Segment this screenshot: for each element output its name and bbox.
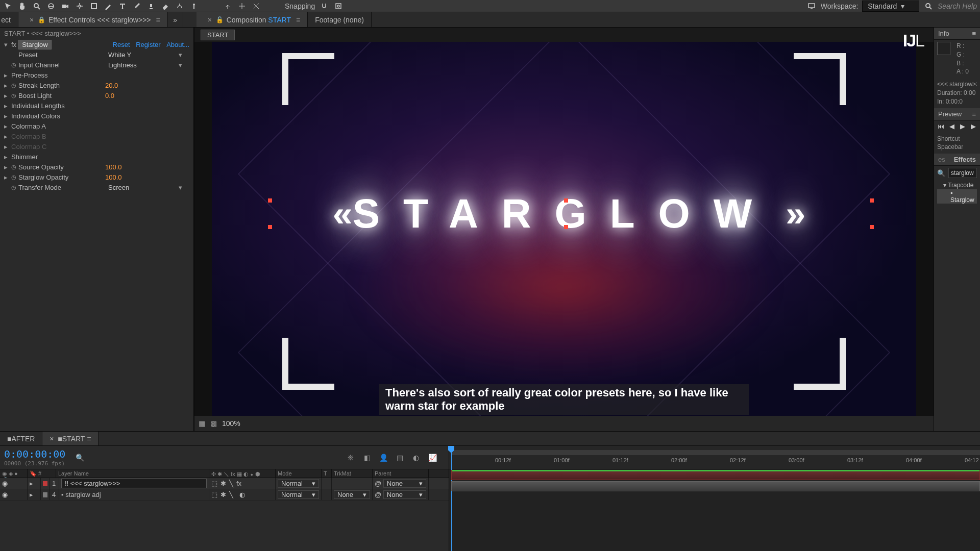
transparency-grid-icon[interactable]: ▩ [210,419,217,428]
tree-folder[interactable]: ▾ Trapcode [937,181,977,189]
always-preview-icon[interactable]: ▦ [199,419,205,428]
input-channel-dropdown[interactable]: Lightness▾ [105,61,189,69]
colormap-a-row[interactable]: ▸Colormap A [0,121,193,131]
twirl-right-icon[interactable]: ▸ [4,82,11,89]
composition-viewer[interactable]: « STARGLOW » There's also sort of really… [194,42,934,416]
info-tab[interactable]: Info≡ [934,28,980,40]
twirl-down-icon[interactable]: ▾ [4,41,11,48]
local-axis-icon[interactable] [223,1,233,11]
close-icon[interactable]: × [208,16,212,24]
zoom-dropdown[interactable]: 100% [222,419,240,428]
quality-switch[interactable]: ╲ [229,491,233,498]
hand-tool-icon[interactable] [17,1,28,11]
twirl-right-icon[interactable]: ▸ [30,491,33,498]
zoom-tool-icon[interactable] [32,1,42,11]
effects-search-input[interactable] [948,168,977,178]
shy-switch[interactable]: ⬚ [211,480,217,487]
composition-tab[interactable]: × 🔓 Composition START ≡ [197,12,308,27]
graph-editor-icon[interactable]: 📈 [427,453,437,463]
close-icon[interactable]: × [30,16,34,24]
effects-tab[interactable]: es Effects [934,154,980,166]
pan-behind-tool-icon[interactable] [75,1,85,11]
shy-icon[interactable]: 👤 [378,453,388,463]
stopwatch-icon[interactable]: ◷ [11,82,18,89]
collapse-switch[interactable]: ✱ [220,480,226,487]
frame-blend-icon[interactable]: ▤ [395,453,405,463]
param-value[interactable]: 100.0 [105,173,122,181]
snapping-label[interactable]: Snapping [285,2,315,10]
clone-stamp-tool-icon[interactable] [146,1,156,11]
pre-process-row[interactable]: ▸ Pre-Process [0,70,193,80]
comp-subtab[interactable]: START [201,30,235,40]
tree-item[interactable]: ▪ Starglow [937,189,977,204]
effect-name[interactable]: Starglow [18,40,52,49]
world-axis-icon[interactable] [237,1,247,11]
layer-bar[interactable] [451,481,980,491]
play-icon[interactable]: ▶ [959,122,966,131]
camera-tool-icon[interactable] [60,1,70,11]
preset-dropdown[interactable]: White Y▾ [105,51,189,59]
project-tab[interactable]: ect [0,12,18,27]
fx-toggle-icon[interactable]: fx [11,41,16,48]
search-icon[interactable]: 🔍 [76,454,84,462]
mode-dropdown[interactable]: Normal ▾ [278,490,319,499]
search-icon[interactable]: 🔍 [937,169,945,177]
parent-col[interactable]: Parent [373,469,429,478]
register-link[interactable]: Register [136,41,160,48]
lock-icon[interactable]: 🔓 [216,16,224,23]
panel-menu-icon[interactable]: ≡ [296,16,300,24]
screen-icon[interactable] [806,1,817,11]
twirl-right-icon[interactable]: ▸ [4,71,11,79]
draft-3d-icon[interactable]: ◧ [362,453,372,463]
workspace-dropdown[interactable]: Standard ▾ [862,1,919,12]
next-frame-icon[interactable]: ▶ [969,122,977,131]
panel-menu-icon[interactable]: ≡ [156,16,160,24]
stopwatch-icon[interactable]: ◷ [11,164,18,170]
reset-link[interactable]: Reset [113,41,130,48]
individual-lengths-row[interactable]: ▸Individual Lengths [0,101,193,111]
trkmat-dropdown[interactable]: None ▾ [334,490,370,499]
pickwhip-icon[interactable]: @ [375,480,381,487]
selection-tool-icon[interactable] [3,1,13,11]
eye-icon[interactable]: ◉ [2,491,8,498]
individual-colors-row[interactable]: ▸Individual Colors [0,111,193,121]
timeline-tab-after[interactable]: ■ AFTER [0,432,42,445]
snapping-toggle-icon[interactable] [319,1,329,11]
layer-name-col[interactable]: Layer Name [56,469,209,478]
stopwatch-icon[interactable]: ◷ [11,62,18,68]
about-link[interactable]: About... [166,41,189,48]
stopwatch-icon[interactable]: ◷ [11,184,18,191]
type-tool-icon[interactable] [117,1,128,11]
label-color[interactable] [43,492,47,497]
work-area[interactable] [451,450,980,455]
mode-dropdown[interactable]: Normal ▾ [278,479,319,488]
search-help-field[interactable]: Search Help [938,2,977,10]
twirl-right-icon[interactable]: ▸ [4,92,11,99]
pen-tool-icon[interactable] [103,1,113,11]
eraser-tool-icon[interactable] [160,1,170,11]
parent-dropdown[interactable]: None ▾ [383,479,426,488]
preview-tab[interactable]: Preview≡ [934,108,980,120]
stopwatch-icon[interactable]: ◷ [11,174,18,181]
param-value[interactable]: 20.0 [105,82,118,89]
search-icon[interactable] [923,1,934,11]
trkmat-col[interactable]: TrkMat [332,469,373,478]
roto-brush-tool-icon[interactable] [175,1,185,11]
eye-icon[interactable]: ◉ [2,480,8,487]
shimmer-row[interactable]: ▸Shimmer [0,152,193,162]
layer-row[interactable]: ◉▸1!! <<< starglow>>>⬚✱╲fxNormal ▾@ None… [0,478,449,489]
parent-dropdown[interactable]: None ▾ [383,490,426,499]
adjustment-switch[interactable]: ◐ [239,491,245,498]
shy-switch[interactable]: ⬚ [211,491,217,498]
current-timecode[interactable]: 0:00:00:00 [4,448,65,460]
timeline-tab-start[interactable]: × ■ START ≡ [42,432,99,445]
pickwhip-icon[interactable]: @ [375,491,381,498]
twirl-right-icon[interactable]: ▸ [30,480,33,487]
stopwatch-icon[interactable]: ◷ [11,92,18,99]
brush-tool-icon[interactable] [132,1,142,11]
layer-bar[interactable] [451,470,980,480]
orbit-tool-icon[interactable] [46,1,56,11]
label-color[interactable] [43,481,47,486]
layer-name-input[interactable]: !! <<< starglow>>> [61,479,207,488]
transfer-mode-dropdown[interactable]: Screen▾ [105,184,189,191]
